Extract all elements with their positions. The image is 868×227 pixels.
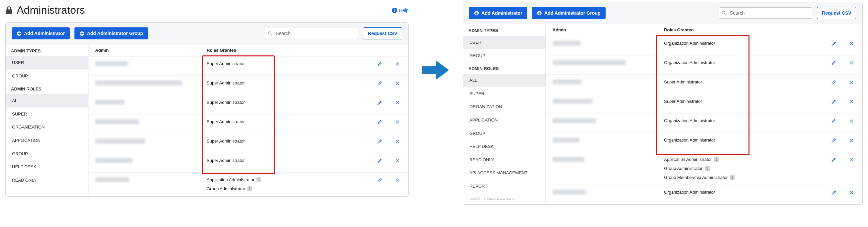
admin-name-redacted [95,80,182,86]
role-line: Super Administrator [664,99,819,104]
close-icon[interactable] [849,190,854,195]
admin-cell[interactable] [549,190,663,196]
edit-icon[interactable] [831,99,837,104]
table-row: Organization Administrator [546,56,862,75]
actions-cell [366,100,402,105]
close-icon[interactable] [849,99,854,104]
close-icon[interactable] [395,100,400,105]
table-row: Organization Administrator [546,36,862,56]
admin-cell[interactable] [549,157,663,163]
edit-icon[interactable] [831,118,837,124]
sidebar-item[interactable]: GROUP MEMBERSHIP [463,193,546,200]
sidebar-item[interactable]: ORGANIZATION [6,121,88,134]
edit-icon[interactable] [377,138,382,144]
sidebar-item[interactable]: API ACCESS MANAGEMENT [463,166,546,180]
close-icon[interactable] [395,80,400,86]
admin-cell[interactable] [92,158,205,164]
sidebar-item[interactable]: GROUP [463,127,546,140]
sidebar-item[interactable]: APPLICATION [6,134,88,147]
sidebar-item[interactable]: ALL [6,94,88,107]
close-icon[interactable] [395,119,400,125]
table-row: Organization Administrator [546,114,862,133]
role-line: Super Administrator [207,119,366,124]
edit-icon[interactable] [377,119,382,125]
role-line: Group Administrator1 [207,186,366,191]
search-input[interactable] [265,28,358,39]
admin-cell[interactable] [92,80,205,87]
close-icon[interactable] [849,79,854,85]
table-body: Organization AdministratorOrganization A… [546,36,862,204]
edit-icon[interactable] [831,41,837,46]
admin-cell[interactable] [92,138,205,144]
close-icon[interactable] [395,138,400,144]
close-icon[interactable] [849,41,854,46]
lock-icon [5,6,13,15]
add-group-button[interactable]: Add Administrator Group [74,27,148,39]
edit-icon[interactable] [377,177,382,183]
sidebar-item[interactable]: SUPER [6,107,88,121]
actions-cell [819,79,856,85]
edit-icon[interactable] [831,190,837,195]
admin-cell[interactable] [92,61,205,67]
add-group-button[interactable]: Add Administrator Group [532,7,605,19]
roles-cell: Organization Administrator [663,190,819,195]
filter-sidebar: ADMIN TYPESUSERGROUPADMIN ROLESALLSUPERO… [6,44,89,196]
help-link[interactable]: ? Help [392,8,409,13]
sidebar-item[interactable]: READ ONLY [463,153,546,167]
edit-icon[interactable] [831,60,837,66]
sidebar-item[interactable]: USER [463,36,546,49]
sidebar-item[interactable]: GROUP [6,69,88,83]
add-admin-button[interactable]: Add Administrator [469,7,527,19]
edit-icon[interactable] [377,100,382,105]
edit-icon[interactable] [377,158,382,164]
admin-cell[interactable] [92,100,205,106]
sidebar-item[interactable]: HELP DESK [6,160,88,173]
search-input[interactable] [719,7,812,19]
roles-cell: Super Administrator [205,61,366,66]
role-text: Application Administrator [664,157,712,162]
admin-cell[interactable] [92,119,205,125]
admin-cell[interactable] [549,99,663,105]
admin-cell[interactable] [92,177,205,183]
role-text: Super Administrator [664,79,702,85]
request-csv-button[interactable]: Request CSV [817,7,856,19]
add-admin-button[interactable]: Add Administrator [12,27,70,39]
add-admin-label: Add Administrator [482,10,522,16]
close-icon[interactable] [395,61,400,67]
roles-cell: Organization Administrator [663,41,819,46]
edit-icon[interactable] [377,61,382,67]
sidebar-item[interactable]: APPLICATION [463,114,546,127]
role-line: Organization Administrator [664,118,819,123]
role-count-badge: 1 [247,186,252,191]
close-icon[interactable] [849,157,854,163]
edit-icon[interactable] [831,137,837,143]
edit-icon[interactable] [831,157,837,163]
close-icon[interactable] [849,137,854,143]
actions-cell [819,118,856,124]
admin-cell[interactable] [549,137,663,143]
sidebar-item[interactable]: SUPER [463,87,546,100]
sidebar-item[interactable]: ALL [463,74,546,87]
close-icon[interactable] [395,177,400,183]
admin-cell[interactable] [549,79,663,86]
close-icon[interactable] [395,158,400,164]
request-csv-button[interactable]: Request CSV [363,27,402,39]
admin-cell[interactable] [549,60,663,66]
sidebar-item[interactable]: GROUP [6,147,88,161]
admin-cell[interactable] [549,118,663,124]
sidebar-item[interactable]: REPORT [463,180,546,193]
edit-icon[interactable] [831,79,837,85]
admin-cell[interactable] [549,41,663,47]
close-icon[interactable] [849,60,854,66]
sidebar-item[interactable]: USER [6,56,88,69]
sidebar-item[interactable]: READ ONLY [6,173,88,187]
sidebar-item[interactable]: GROUP [463,49,546,62]
sidebar-item[interactable]: ORGANIZATION [463,100,546,114]
sidebar-item[interactable]: HELP DESK [463,140,546,153]
roles-cell: Organization Administrator [663,118,819,123]
admin-name-redacted [553,137,579,142]
edit-icon[interactable] [377,80,382,86]
actions-cell [819,157,856,163]
table-header: Admin Roles Granted [89,44,408,57]
close-icon[interactable] [849,118,854,124]
